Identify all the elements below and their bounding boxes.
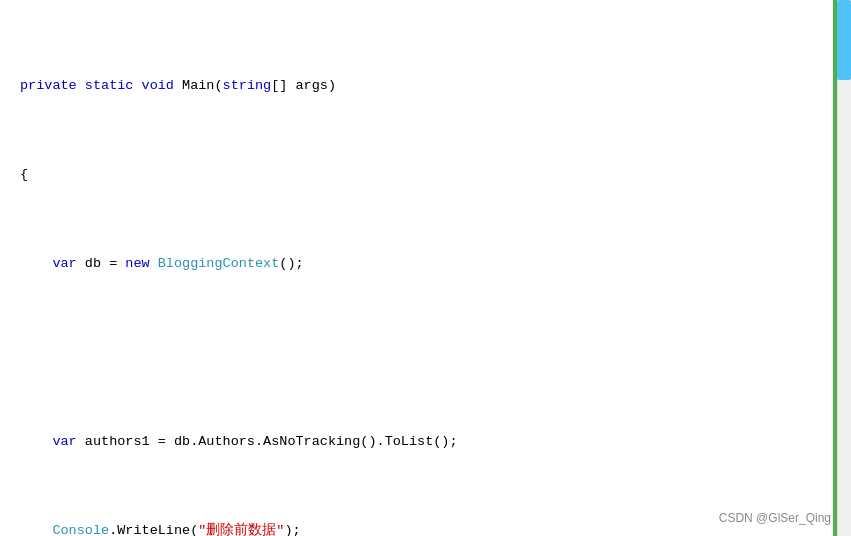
- code-line-6: Console.WriteLine("删除前数据");: [20, 520, 839, 536]
- code-line-2: {: [20, 164, 839, 186]
- code-line-3: var db = new BloggingContext();: [20, 253, 839, 275]
- code-block: private static void Main(string[] args) …: [0, 0, 851, 536]
- scrollbar[interactable]: [837, 0, 851, 536]
- scroll-thumb[interactable]: [837, 0, 851, 80]
- watermark: CSDN @GlSer_Qing: [719, 509, 831, 528]
- code-line-5: var authors1 = db.Authors.AsNoTracking()…: [20, 431, 839, 453]
- code-line-4: [20, 342, 839, 364]
- code-line-1: private static void Main(string[] args): [20, 75, 839, 97]
- code-container: private static void Main(string[] args) …: [0, 0, 851, 536]
